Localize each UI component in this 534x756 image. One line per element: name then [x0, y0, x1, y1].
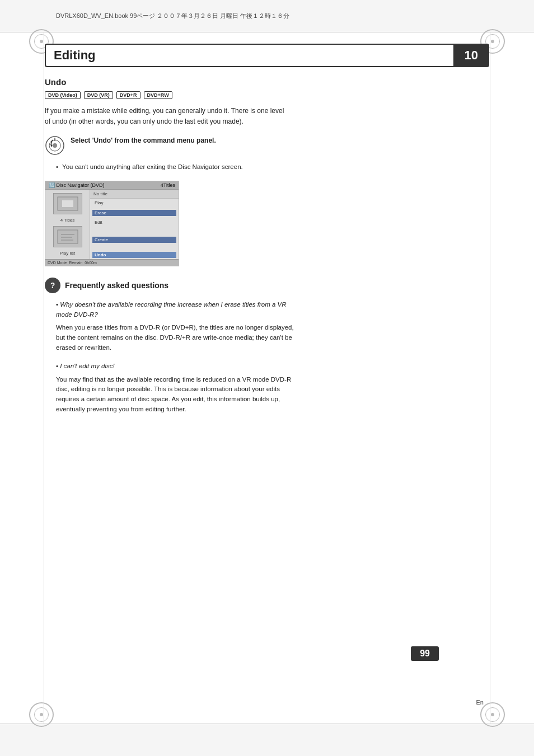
faq-icon: ? — [45, 278, 60, 293]
sub-note-text: You can't undo anything after exiting th… — [62, 163, 243, 170]
faq-answer-1: When you erase titles from a DVD-R (or D… — [56, 323, 297, 353]
footer-strip — [0, 724, 534, 756]
diagram-thumb2 — [53, 226, 82, 247]
faq-title: Frequently asked questions — [65, 281, 168, 290]
bottom-bar-time: 0h00m — [85, 261, 96, 265]
faq-answer-2: You may find that as the available recor… — [56, 375, 297, 415]
icon-bullet-undo: Select 'Undo' from the command menu pane… — [45, 135, 489, 156]
body-text: If you make a mistake while editing, you… — [45, 106, 285, 126]
menu-item-edit: Edit — [92, 219, 176, 226]
page-border-left — [44, 32, 44, 724]
diagram-body: 4 Titles Play list No title Pla — [45, 190, 179, 259]
svg-point-2 — [53, 143, 57, 148]
page-number-area: 99 En — [476, 698, 484, 706]
chapter-title-bar: Editing 10 — [45, 44, 489, 67]
bottom-bar-dvd: DVD Mode — [48, 261, 67, 265]
section-heading: Undo — [45, 77, 489, 87]
chapter-title: Editing — [45, 44, 453, 67]
thumb2-label: Play list — [60, 251, 76, 256]
menu-item-undo: Undo — [92, 252, 176, 258]
diagram-header-right: 4Titles — [161, 182, 175, 188]
menu-item-erase: Erase — [92, 210, 176, 216]
svg-marker-4 — [50, 144, 53, 147]
svg-rect-6 — [62, 200, 73, 207]
page-number-box: 99 — [411, 646, 439, 661]
page-content: Editing 10 Undo DVD (Video) DVD (VR) DVD… — [45, 32, 489, 724]
diagram-thumb1 — [53, 193, 82, 214]
thumb-icon — [57, 196, 79, 212]
undo-section: Undo DVD (Video) DVD (VR) DVD+R DVD+RW I… — [45, 77, 489, 266]
faq-section: ? Frequently asked questions Why doesn't… — [45, 278, 489, 414]
faq-question-2: I can't edit my disc! — [56, 361, 297, 371]
faq-item-2: I can't edit my disc! You may find that … — [45, 361, 489, 415]
menu-item-play: Play — [92, 200, 176, 206]
page-border-right — [490, 32, 490, 724]
diagram-right-panel: No title Play Erase Edit Create Undo — [90, 190, 179, 259]
faq-header: ? Frequently asked questions — [45, 278, 489, 293]
thumb2-icon — [57, 229, 79, 245]
bullet-instruction: Select 'Undo' from the command menu pane… — [71, 137, 216, 144]
format-badge-dvd-vr: DVD (VR) — [84, 91, 113, 99]
thumb1-label: 4 Titles — [60, 218, 74, 223]
diagram-title-area: No title — [90, 190, 179, 199]
menu-item-create: Create — [92, 237, 176, 243]
svg-rect-7 — [58, 230, 78, 243]
header-strip: DVRLX60D_WV_EN.book 99ページ ２００７年３月２６日 月曜日… — [0, 0, 534, 32]
diagram-bottom-bar: DVD Mode Remain 0h00m — [45, 259, 179, 266]
diagram-header: 🔢 Disc Navigator (DVD) 4Titles — [45, 181, 179, 190]
format-badge-dvd-video: DVD (Video) — [45, 91, 81, 99]
faq-item-1: Why doesn't the available recording time… — [45, 300, 489, 353]
diagram-menu: Play Erase Edit Create Undo — [90, 199, 179, 259]
bottom-bar-remain: Remain — [69, 261, 82, 265]
disc-navigator-diagram: 🔢 Disc Navigator (DVD) 4Titles 4 Titles — [45, 181, 179, 266]
diagram-header-left: 🔢 Disc Navigator (DVD) — [49, 182, 105, 188]
file-info: DVRLX60D_WV_EN.book 99ページ ２００７年３月２６日 月曜日… — [56, 12, 289, 20]
format-badges: DVD (Video) DVD (VR) DVD+R DVD+RW — [45, 91, 489, 99]
icon-bullet-text: Select 'Undo' from the command menu pane… — [71, 135, 216, 145]
sub-bullet-note: • You can't undo anything after exiting … — [56, 162, 291, 172]
faq-question-1: Why doesn't the available recording time… — [56, 300, 297, 320]
page-lang: En — [476, 699, 484, 706]
diagram-left-panel: 4 Titles Play list — [45, 190, 90, 259]
dial-icon — [45, 135, 65, 156]
format-badge-dvd-r: DVD+R — [116, 91, 140, 99]
format-badge-dvd-rw: DVD+RW — [144, 91, 172, 99]
chapter-number: 10 — [453, 44, 489, 67]
